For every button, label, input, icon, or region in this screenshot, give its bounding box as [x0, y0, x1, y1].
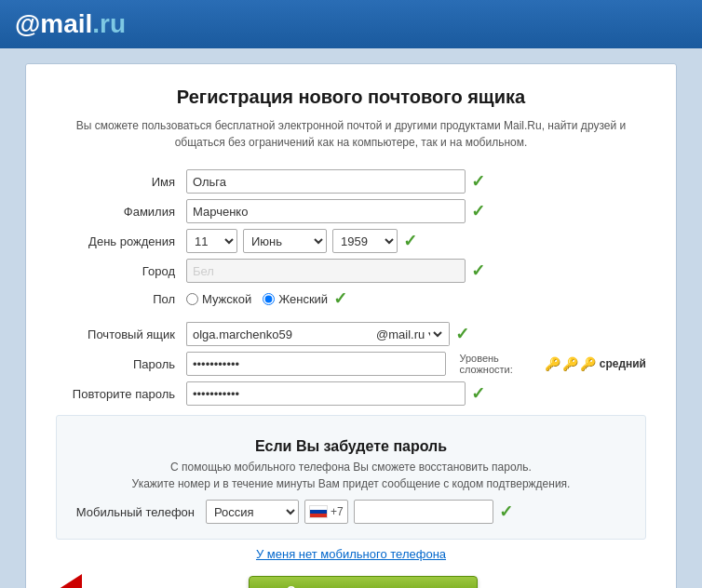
surname-row: Фамилия ✓ — [56, 199, 646, 223]
birthday-label: День рождения — [56, 234, 186, 248]
gender-female-text: Женский — [278, 292, 328, 306]
forgot-desc2: Укажите номер и в течение минуты Вам при… — [75, 475, 627, 492]
page-subtitle: Вы сможете пользоваться бесплатной элект… — [56, 117, 646, 151]
phone-country-select[interactable]: Россия — [206, 500, 299, 524]
key-icon-3: 🔑 — [580, 356, 596, 371]
password-label: Пароль — [56, 357, 186, 371]
email-domain-selector[interactable]: @mail.ru ▾ — [372, 322, 450, 346]
city-check-icon: ✓ — [471, 261, 485, 281]
birthday-row: День рождения 11 Июнь 1959 ✓ — [56, 229, 646, 253]
confirm-password-input[interactable] — [186, 381, 466, 406]
arrow-icon — [56, 574, 82, 588]
mailbox-label: Почтовый ящик — [56, 327, 186, 341]
mailbox-input[interactable] — [186, 322, 372, 346]
page-title: Регистрация нового почтового ящика — [56, 87, 646, 108]
strength-value: средний — [600, 357, 646, 370]
gender-radio-group: Мужской Женский — [186, 292, 328, 306]
confirm-password-label: Повторите пароль — [56, 387, 186, 401]
forgot-title-block: Если Вы забудете пароль С помощью мобиль… — [75, 438, 627, 492]
mailbox-fields: @mail.ru ▾ ✓ — [186, 322, 646, 346]
domain-select[interactable]: ▾ — [425, 324, 445, 344]
key-icon-2: 🔑 — [562, 356, 578, 371]
phone-label: Мобильный телефон — [75, 505, 206, 519]
city-label: Город — [56, 264, 186, 278]
confirm-password-fields: ✓ — [186, 381, 646, 406]
surname-fields: ✓ — [186, 199, 646, 223]
phone-fields: Россия +7 ✓ — [206, 500, 627, 524]
birthday-day-select[interactable]: 11 — [186, 229, 237, 253]
phone-check-icon: ✓ — [499, 501, 513, 522]
mailbox-check-icon: ✓ — [455, 324, 469, 344]
logo-at: @ — [15, 9, 40, 38]
gender-label: Пол — [56, 292, 186, 306]
gender-male-text: Мужской — [202, 292, 251, 306]
phone-row: Мобильный телефон Россия +7 ✓ — [75, 500, 627, 524]
registration-form-container: Регистрация нового почтового ящика Вы см… — [25, 63, 677, 588]
name-row: Имя ✓ — [56, 169, 646, 194]
phone-prefix: +7 — [331, 505, 344, 518]
forgot-title: Если Вы забудете пароль — [75, 438, 627, 455]
logo: @mail.ru — [15, 9, 126, 39]
gender-check-icon: ✓ — [333, 288, 347, 309]
password-fields: Уровень сложности: 🔑 🔑 🔑 средний — [186, 352, 646, 376]
domain-text: @mail.ru — [376, 327, 425, 341]
surname-input[interactable] — [186, 199, 466, 223]
strength-keys: 🔑 🔑 🔑 — [545, 356, 596, 371]
register-button[interactable]: Зарегистрироваться — [249, 576, 478, 588]
logo-mail: mail — [40, 9, 92, 38]
russia-flag-icon — [309, 505, 328, 518]
gender-row: Пол Мужской Женский ✓ — [56, 288, 646, 309]
birthday-check-icon: ✓ — [403, 231, 417, 251]
forgot-password-section: Если Вы забудете пароль С помощью мобиль… — [56, 415, 646, 540]
password-input[interactable] — [186, 352, 446, 376]
submit-container: Зарегистрироваться — [56, 572, 646, 588]
confirm-password-row: Повторите пароль ✓ — [56, 381, 646, 406]
name-input[interactable] — [186, 169, 466, 194]
city-input[interactable] — [186, 259, 466, 283]
key-icon-1: 🔑 — [545, 356, 560, 371]
birthday-month-select[interactable]: Июнь — [243, 229, 327, 253]
name-fields: ✓ — [186, 169, 646, 194]
surname-check-icon: ✓ — [471, 201, 485, 221]
gender-female-radio[interactable] — [263, 293, 275, 305]
phone-input[interactable] — [354, 500, 493, 524]
header: @mail.ru — [0, 0, 702, 48]
mailbox-row: Почтовый ящик @mail.ru ▾ ✓ — [56, 322, 646, 346]
strength-indicator: Уровень сложности: 🔑 🔑 🔑 средний — [459, 353, 646, 375]
phone-flag-container: +7 — [304, 500, 348, 524]
forgot-desc1: С помощью мобильного телефона Вы сможете… — [75, 459, 627, 475]
birthday-fields: 11 Июнь 1959 ✓ — [186, 229, 646, 253]
no-phone-link[interactable]: У меня нет мобильного телефона — [56, 547, 646, 561]
name-label: Имя — [56, 175, 186, 189]
strength-label: Уровень сложности: — [459, 353, 540, 375]
logo-ru: .ru — [92, 9, 126, 38]
gender-male-label[interactable]: Мужской — [186, 292, 251, 306]
name-check-icon: ✓ — [471, 171, 485, 192]
confirm-check-icon: ✓ — [471, 383, 485, 404]
surname-label: Фамилия — [56, 205, 186, 219]
birthday-year-select[interactable]: 1959 — [332, 229, 398, 253]
gender-fields: Мужской Женский ✓ — [186, 288, 646, 309]
password-row: Пароль Уровень сложности: 🔑 🔑 🔑 средний — [56, 352, 646, 376]
city-fields: ✓ — [186, 259, 646, 283]
gender-male-radio[interactable] — [186, 293, 198, 305]
city-row: Город ✓ — [56, 259, 646, 283]
gender-female-label[interactable]: Женский — [263, 292, 328, 306]
email-group: @mail.ru ▾ — [186, 322, 450, 346]
